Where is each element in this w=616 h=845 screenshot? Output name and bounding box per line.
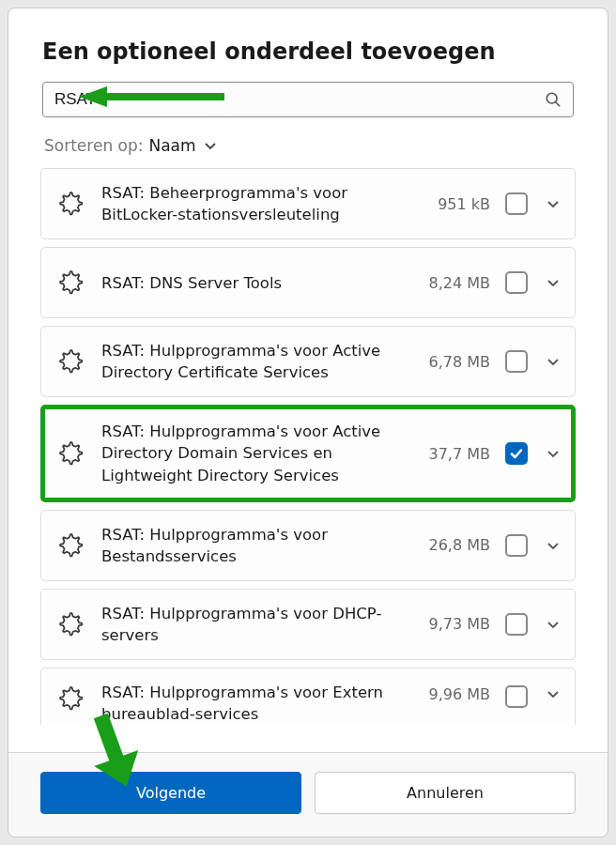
chevron-down-icon [204, 139, 217, 152]
sort-value: Naam [148, 136, 195, 155]
puzzle-icon [58, 348, 85, 375]
feature-size: 37,7 MB [426, 445, 490, 463]
search-box[interactable] [42, 82, 574, 117]
feature-item[interactable]: RSAT: Beheerprogramma's voor BitLocker-s… [40, 168, 576, 239]
cancel-button[interactable]: Annuleren [315, 772, 576, 814]
search-container [8, 82, 608, 127]
svg-line-1 [556, 102, 561, 107]
feature-item[interactable]: RSAT: Hulpprogramma's voor Extern bureau… [40, 668, 576, 725]
feature-size: 9,96 MB [426, 685, 490, 703]
feature-item[interactable]: RSAT: Hulpprogramma's voor DHCP-servers9… [40, 589, 576, 660]
search-input[interactable] [54, 90, 545, 109]
puzzle-icon [58, 191, 85, 217]
feature-item[interactable]: RSAT: DNS Server Tools8,24 MB [40, 247, 576, 318]
chevron-down-icon[interactable] [545, 274, 562, 291]
feature-checkbox[interactable] [505, 613, 528, 636]
dialog-title: Een optioneel onderdeel toevoegen [8, 8, 608, 82]
feature-name: RSAT: Hulpprogramma's voor DHCP-servers [101, 603, 426, 646]
feature-checkbox[interactable] [505, 442, 528, 465]
chevron-down-icon[interactable] [545, 353, 562, 370]
feature-item[interactable]: RSAT: Hulpprogramma's voor Active Direct… [40, 405, 576, 501]
feature-size: 9,73 MB [426, 615, 490, 633]
dialog-footer: Volgende Annuleren [8, 752, 608, 837]
feature-name: RSAT: DNS Server Tools [101, 272, 426, 294]
chevron-down-icon[interactable] [545, 195, 562, 212]
chevron-down-icon[interactable] [545, 685, 562, 702]
add-optional-feature-dialog: Een optioneel onderdeel toevoegen Sorter… [8, 8, 608, 837]
feature-size: 6,78 MB [426, 353, 490, 371]
feature-checkbox[interactable] [505, 534, 528, 557]
feature-checkbox[interactable] [505, 685, 528, 708]
puzzle-icon [58, 532, 85, 559]
puzzle-icon [58, 440, 85, 467]
feature-name: RSAT: Hulpprogramma's voor Active Direct… [101, 421, 426, 485]
sort-dropdown[interactable]: Sorteren op: Naam [8, 127, 608, 168]
feature-name: RSAT: Hulpprogramma's voor Bestandsservi… [101, 524, 426, 567]
svg-point-0 [547, 93, 557, 103]
feature-item[interactable]: RSAT: Hulpprogramma's voor Active Direct… [40, 326, 576, 397]
feature-list: RSAT: Beheerprogramma's voor BitLocker-s… [8, 168, 608, 752]
search-icon [545, 91, 562, 108]
sort-label: Sorteren op: [44, 136, 143, 155]
feature-checkbox[interactable] [505, 271, 528, 294]
feature-name: RSAT: Hulpprogramma's voor Extern bureau… [101, 682, 426, 725]
chevron-down-icon[interactable] [545, 445, 562, 462]
puzzle-icon [58, 269, 85, 296]
feature-checkbox[interactable] [505, 350, 528, 373]
feature-item[interactable]: RSAT: Hulpprogramma's voor Bestandsservi… [40, 510, 576, 581]
puzzle-icon [58, 611, 85, 638]
feature-size: 951 kB [426, 195, 490, 213]
feature-name: RSAT: Beheerprogramma's voor BitLocker-s… [101, 182, 426, 225]
chevron-down-icon[interactable] [545, 616, 562, 633]
feature-checkbox[interactable] [505, 192, 528, 215]
puzzle-icon [58, 685, 85, 712]
feature-size: 26,8 MB [426, 536, 490, 554]
feature-size: 8,24 MB [426, 274, 490, 292]
next-button[interactable]: Volgende [40, 772, 301, 814]
chevron-down-icon[interactable] [545, 537, 562, 554]
feature-name: RSAT: Hulpprogramma's voor Active Direct… [101, 340, 426, 383]
